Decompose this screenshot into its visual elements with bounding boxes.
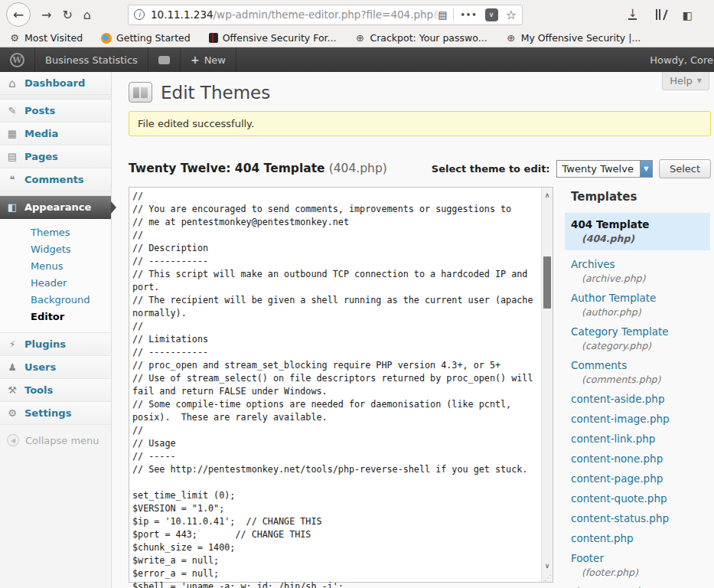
library-icon[interactable]: [656, 9, 664, 20]
submenu-item-header[interactable]: Header: [0, 275, 111, 292]
template-name-link[interactable]: Comments: [571, 359, 627, 371]
editor-scrollbar[interactable]: [541, 188, 553, 582]
template-item[interactable]: content-link.php: [571, 433, 710, 445]
submenu-item-widgets[interactable]: Widgets: [0, 241, 111, 258]
bookmark-item[interactable]: Most Visited: [9, 32, 83, 44]
url-bar[interactable]: i 10.11.1.234/wp-admin/theme-editor.php?…: [128, 5, 523, 25]
bookmark-star-icon[interactable]: [506, 8, 517, 22]
template-name-link[interactable]: content-image.php: [571, 413, 670, 425]
template-name-link[interactable]: Category Template: [571, 325, 669, 338]
bookmark-item[interactable]: Getting Started: [101, 32, 191, 44]
scrollbar-thumb[interactable]: [543, 256, 551, 309]
template-item[interactable]: content-none.php: [571, 452, 710, 465]
template-name-link[interactable]: Author Template: [571, 292, 656, 304]
url-text[interactable]: 10.11.1.234/wp-admin/theme-editor.php?fi…: [151, 8, 438, 21]
wordpress-logo-icon: W: [10, 53, 24, 67]
template-item[interactable]: content-page.php: [571, 472, 710, 485]
template-item[interactable]: Footer (footer.php): [571, 552, 710, 578]
wp-admin-bar: W Business Statistics + New Howdy, Core: [0, 47, 714, 72]
bookmark-item[interactable]: Crackpot: Your passwo...: [354, 32, 487, 44]
template-item[interactable]: Comments (comments.php): [571, 359, 710, 385]
bookmark-icon: [209, 33, 218, 43]
plugins-icon: [6, 338, 18, 350]
submenu-item-editor[interactable]: Editor: [0, 309, 111, 325]
template-name-link[interactable]: content-aside.php: [571, 393, 664, 405]
template-name-link[interactable]: Archives: [571, 258, 615, 270]
sidebar-item-users[interactable]: Users: [0, 356, 111, 379]
code-editor-text[interactable]: // // You are encouraged to send comment…: [129, 188, 536, 588]
forward-button[interactable]: →: [41, 8, 51, 22]
pocket-icon[interactable]: [485, 8, 498, 21]
bookmark-label: Most Visited: [24, 32, 83, 44]
sidebar-item-comments[interactable]: Comments: [0, 168, 111, 191]
template-item[interactable]: content.php: [571, 532, 710, 544]
sidebar-item-tools[interactable]: Tools: [0, 379, 111, 402]
new-content-menu[interactable]: + New: [181, 47, 236, 72]
template-item[interactable]: Category Template (category.php): [571, 325, 710, 351]
bookmark-label: Getting Started: [116, 32, 191, 44]
tools-icon: [6, 384, 18, 396]
page-actions-icon[interactable]: •••: [460, 11, 477, 19]
scroll-up-icon[interactable]: [542, 189, 553, 201]
template-name-link[interactable]: content-quote.php: [571, 492, 667, 505]
sidebar-item-media[interactable]: Media: [0, 122, 111, 145]
template-file-label: (author.php): [571, 306, 710, 318]
sidebar-label-tools: Tools: [24, 384, 53, 396]
sidebar-item-appearance[interactable]: Appearance: [0, 196, 111, 219]
template-name-link[interactable]: content-page.php: [571, 472, 663, 485]
sidebar-item-pages[interactable]: Pages: [0, 145, 111, 168]
submenu-item-menus[interactable]: Menus: [0, 258, 111, 275]
file-name: (404.php): [329, 162, 387, 175]
sidebar-label-comments: Comments: [24, 174, 84, 185]
site-info-icon[interactable]: i: [134, 9, 145, 20]
comments-icon: [6, 174, 18, 185]
wp-logo-menu[interactable]: W: [0, 47, 35, 72]
site-name-menu[interactable]: Business Statistics: [35, 47, 148, 72]
collapse-menu-button[interactable]: Collapse menu: [0, 425, 111, 446]
reader-mode-icon[interactable]: [438, 8, 447, 21]
code-editor[interactable]: // // You are encouraged to send comment…: [129, 187, 553, 583]
template-item[interactable]: Archives (archive.php): [571, 258, 710, 284]
urlbar-divider: [453, 8, 454, 21]
sidebar-label-dashboard: Dashboard: [24, 77, 85, 89]
sidebar-toggle-icon[interactable]: [683, 8, 693, 22]
resize-grip-icon[interactable]: [544, 574, 552, 582]
template-name-link[interactable]: 404 Template: [571, 218, 650, 230]
bookmark-item[interactable]: Offensive Security For...: [209, 32, 337, 44]
bookmark-label: My Offensive Security |...: [521, 32, 641, 44]
theme-dropdown[interactable]: Twenty Twelve ▼: [556, 160, 653, 178]
template-name-link[interactable]: content-link.php: [571, 433, 655, 445]
howdy-account-menu[interactable]: Howdy, Core: [650, 54, 714, 66]
select-theme-button[interactable]: Select: [659, 159, 711, 178]
help-button[interactable]: Help ▼: [662, 72, 709, 90]
back-button[interactable]: ←: [6, 2, 31, 27]
comments-bubble-menu[interactable]: [148, 47, 181, 72]
sidebar-item-settings[interactable]: Settings: [0, 402, 111, 425]
template-item[interactable]: content-quote.php: [571, 492, 710, 505]
submenu-item-background[interactable]: Background: [0, 292, 111, 309]
sidebar-item-plugins[interactable]: Plugins: [0, 333, 111, 356]
template-name-link[interactable]: content.php: [571, 532, 634, 544]
plus-icon: +: [191, 54, 200, 66]
template-name-link[interactable]: Footer: [571, 552, 604, 564]
sidebar-label-settings: Settings: [24, 407, 71, 419]
sidebar-item-posts[interactable]: Posts: [0, 100, 111, 122]
bookmark-item[interactable]: My Offensive Security |...: [506, 32, 641, 44]
sidebar-item-dashboard[interactable]: Dashboard: [0, 72, 111, 95]
downloads-icon[interactable]: ↓: [628, 9, 637, 20]
scroll-down-icon[interactable]: [542, 560, 553, 571]
refresh-button[interactable]: ↻: [62, 8, 72, 22]
template-item[interactable]: 404 Template (404.php): [565, 213, 710, 250]
users-icon: [6, 361, 18, 373]
home-button[interactable]: ⌂: [83, 8, 91, 22]
template-item[interactable]: Author Template (author.php): [571, 292, 710, 318]
template-item[interactable]: content-aside.php: [571, 393, 710, 405]
comment-bubble-icon: [158, 56, 170, 64]
template-item[interactable]: content-image.php: [571, 413, 710, 425]
collapse-arrow-icon: [7, 434, 19, 446]
submenu-item-themes[interactable]: Themes: [0, 224, 111, 241]
template-name-link[interactable]: content-none.php: [571, 452, 663, 465]
bookmark-icon: [506, 33, 517, 44]
template-name-link[interactable]: content-status.php: [571, 512, 669, 524]
template-item[interactable]: content-status.php: [571, 512, 710, 524]
